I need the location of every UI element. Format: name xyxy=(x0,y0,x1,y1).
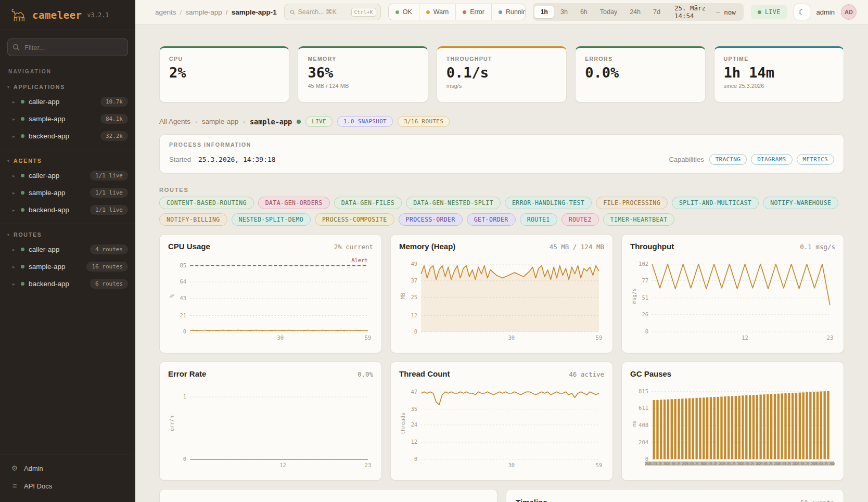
process-info-panel: PROCESS INFORMATION Started 25.3.2026, 1… xyxy=(159,134,844,173)
status-dot-icon xyxy=(21,248,24,251)
svg-text:msg/s: msg/s xyxy=(631,288,637,304)
route-chip-route1[interactable]: ROUTE1 xyxy=(520,213,557,226)
theme-toggle-moon-icon[interactable]: ☾ xyxy=(794,4,810,20)
context-row: All Agents›sample-app›sample-appLIVE1.0-… xyxy=(159,116,844,127)
topbar-right: LIVE ☾ admin AD xyxy=(751,4,857,20)
route-chip-process-composite[interactable]: PROCESS-COMPOSITE xyxy=(315,213,394,226)
svg-text:err/h: err/h xyxy=(169,416,175,431)
time-range-1h[interactable]: 1h xyxy=(534,6,554,18)
timeline-panel: Timeline 50 events xyxy=(506,489,844,502)
sidebar-item-caller-app[interactable]: ▸caller-app1/1 live xyxy=(0,167,135,184)
route-chip-get-order[interactable]: GET-ORDER xyxy=(467,213,516,226)
section-title: ROUTES xyxy=(14,231,42,238)
log-tab-errors[interactable]: Errors xyxy=(454,498,488,502)
time-range-today[interactable]: Today xyxy=(594,6,623,18)
metric-subtext: msg/s xyxy=(446,83,557,89)
footer-item-api-docs[interactable]: ≡API Docs xyxy=(0,477,135,495)
sidebar-item-backend-app[interactable]: ▸backend-app6 routes xyxy=(0,275,135,292)
metric-cards: CPU2%MEMORY36%45 MB / 124 MBTHROUGHPUT0.… xyxy=(159,46,844,102)
section-title: AGENTS xyxy=(14,158,42,164)
context-crumb[interactable]: All Agents xyxy=(159,118,190,125)
app-title: cameleer xyxy=(32,9,82,21)
camel-logo-icon xyxy=(9,7,27,23)
svg-text:59: 59 xyxy=(596,462,603,468)
avatar[interactable]: AD xyxy=(841,4,857,20)
chart-title: CPU Usage xyxy=(168,242,210,251)
status-filter-label: Error xyxy=(470,8,484,16)
chevron-right-icon: ▸ xyxy=(12,117,17,122)
caret-down-icon: ▾ xyxy=(7,159,9,163)
logo-row: cameleer v3.2.1 xyxy=(0,0,135,30)
nav-section-routes: ▾ROUTES▸caller-app4 routes▸sample-app16 … xyxy=(0,224,135,298)
item-label: caller-app xyxy=(29,172,86,179)
chart-card-cpu-usage: CPU Usage2% current021436485%3059Alert xyxy=(159,234,382,353)
sidebar-item-backend-app[interactable]: ▸backend-app32.2k xyxy=(0,127,135,145)
section-title: APPLICATIONS xyxy=(14,84,65,90)
item-label: backend-app xyxy=(29,132,96,140)
metric-label: UPTIME xyxy=(724,56,834,62)
route-chip-data-gen-files[interactable]: DATA-GEN-FILES xyxy=(334,197,402,209)
route-chip-content-based-routing[interactable]: CONTENT-BASED-ROUTING xyxy=(159,197,254,209)
status-dot-icon xyxy=(21,208,24,212)
time-range-24h[interactable]: 24h xyxy=(624,6,646,18)
status-filter-warn[interactable]: Warn xyxy=(419,4,455,20)
sidebar-filter xyxy=(7,38,128,56)
log-tab-all[interactable]: All xyxy=(386,498,410,502)
sidebar-item-sample-app[interactable]: ▸sample-app16 routes xyxy=(0,258,135,275)
status-filter-label: Running xyxy=(506,8,526,16)
live-label: LIVE xyxy=(765,8,781,16)
sidebar-item-sample-app[interactable]: ▸sample-app84.1k xyxy=(0,110,135,127)
svg-text:85: 85 xyxy=(180,262,186,268)
status-filter-ok[interactable]: OK xyxy=(389,4,419,20)
route-chip-nested-split-demo[interactable]: NESTED-SPLIT-DEMO xyxy=(232,213,311,226)
metric-label: CPU xyxy=(169,56,279,62)
section-header-routes[interactable]: ▾ROUTES xyxy=(0,227,135,241)
svg-text:23: 23 xyxy=(827,334,834,341)
context-crumb[interactable]: sample-app xyxy=(202,118,239,125)
status-dot-icon xyxy=(499,10,502,14)
svg-text:59: 59 xyxy=(596,334,603,341)
route-chip-split-and-multicast[interactable]: SPLIT-AND-MULTICAST xyxy=(672,197,759,209)
route-chip-data-gen-orders[interactable]: DATA-GEN-ORDERS xyxy=(258,197,330,209)
time-range-6h[interactable]: 6h xyxy=(575,6,593,18)
time-range-3h[interactable]: 3h xyxy=(555,6,573,18)
capabilities-label: Capabilities xyxy=(669,156,704,163)
section-header-applications[interactable]: ▾APPLICATIONS xyxy=(0,80,135,93)
sidebar-item-caller-app[interactable]: ▸caller-app10.7k xyxy=(0,93,135,110)
svg-text:0: 0 xyxy=(183,329,186,335)
metric-value: 0.0% xyxy=(585,65,695,81)
footer-item-admin[interactable]: ⚙Admin xyxy=(0,459,135,477)
capability-badge-metrics: METRICS xyxy=(797,154,834,165)
metric-subtext: since 25.3.2026 xyxy=(724,83,834,89)
search-input[interactable] xyxy=(298,8,348,16)
app-version: v3.2.1 xyxy=(87,11,109,19)
time-range-7d[interactable]: 7d xyxy=(647,6,666,18)
log-tab-warnings[interactable]: Warnings xyxy=(410,498,454,502)
route-chip-route2[interactable]: ROUTE2 xyxy=(561,213,599,226)
started-value: 25.3.2026, 14:39:18 xyxy=(198,156,276,163)
status-filter-running[interactable]: Running xyxy=(491,4,526,20)
sidebar-item-backend-app[interactable]: ▸backend-app1/1 live xyxy=(0,201,135,218)
breadcrumb-item[interactable]: sample-app xyxy=(176,8,222,16)
route-chip-process-order[interactable]: PROCESS-ORDER xyxy=(399,213,463,226)
route-chip-notify-warehouse[interactable]: NOTIFY-WAREHOUSE xyxy=(763,197,838,209)
nav-section-applications: ▾APPLICATIONS▸caller-app10.7k▸sample-app… xyxy=(0,76,135,150)
svg-text:47: 47 xyxy=(411,389,417,395)
timeline-event-count: 50 events xyxy=(800,499,834,502)
route-chip-file-processing[interactable]: FILE-PROCESSING xyxy=(596,197,668,209)
status-filter-label: OK xyxy=(403,8,412,16)
breadcrumb-item[interactable]: agents xyxy=(155,8,176,16)
route-chip-error-handling-test[interactable]: ERROR-HANDLING-TEST xyxy=(505,197,592,209)
started-label: Started xyxy=(169,156,191,163)
sidebar-item-caller-app[interactable]: ▸caller-app4 routes xyxy=(0,241,135,258)
route-chip-timer-heartbeat[interactable]: TIMER-HEARTBEAT xyxy=(603,213,675,226)
online-dot-icon xyxy=(297,120,301,124)
svg-text:12: 12 xyxy=(742,334,748,341)
nav-sections: ▾APPLICATIONS▸caller-app10.7k▸sample-app… xyxy=(0,76,135,298)
status-filter-error[interactable]: Error xyxy=(455,4,491,20)
sidebar-item-sample-app[interactable]: ▸sample-app1/1 live xyxy=(0,184,135,201)
route-chip-data-gen-nested-split[interactable]: DATA-GEN-NESTED-SPLIT xyxy=(406,197,501,209)
section-header-agents[interactable]: ▾AGENTS xyxy=(0,153,135,167)
filter-input[interactable] xyxy=(7,38,128,56)
route-chip-notify-billing[interactable]: NOTIFY-BILLING xyxy=(159,213,227,226)
